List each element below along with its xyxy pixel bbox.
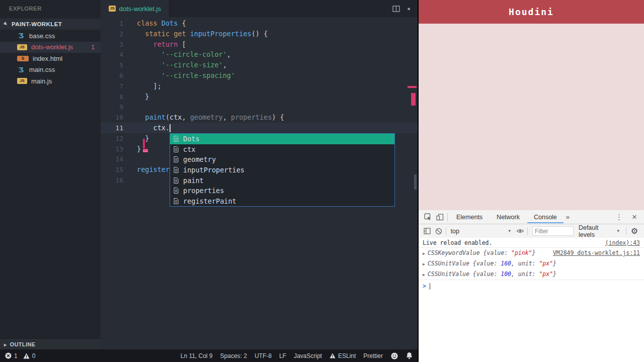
file-item-main.js[interactable]: JSmain.js xyxy=(0,75,101,87)
suggestion-properties[interactable]: properties xyxy=(170,186,394,196)
encoding[interactable]: UTF-8 xyxy=(255,352,272,359)
console-message-3[interactable]: ▶CSSUnitValue {value: 160, unit: "px"} xyxy=(419,258,644,269)
close-devtools-icon[interactable]: × xyxy=(628,212,641,222)
divider xyxy=(626,227,626,235)
explorer-title: EXPLORER xyxy=(9,6,42,12)
devtools-tab-elements[interactable]: Elements xyxy=(450,211,489,223)
device-toolbar-icon[interactable] xyxy=(434,211,446,224)
status-right: Ln 11, Col 9 Spaces: 2 UTF-8 LF JavaScri… xyxy=(181,352,413,360)
devtools-tab-console[interactable]: Console xyxy=(527,211,564,223)
console-source-link[interactable]: VM2849 dots-worklet.js:11 xyxy=(547,249,640,256)
language-mode[interactable]: JavaScript xyxy=(294,352,322,359)
console-filter-input[interactable] xyxy=(532,226,574,236)
line-number: 5 xyxy=(101,60,123,71)
eslint-status[interactable]: ESLint xyxy=(330,352,356,359)
line-number: 7 xyxy=(101,81,123,92)
suggestion-paint[interactable]: paint xyxy=(170,175,394,186)
console-prompt[interactable]: > xyxy=(419,280,644,292)
code-line-1[interactable]: 1class Dots { xyxy=(101,18,418,29)
devtools-tab-network[interactable]: Network xyxy=(490,211,526,223)
code-line-10[interactable]: 10 paint(ctx, geometry, properties) { xyxy=(101,112,418,123)
console-toolbar: top ▼ Default levels ▼ ⚙ xyxy=(419,224,644,238)
console-source-link[interactable]: (index):43 xyxy=(599,239,640,246)
expand-triangle-icon[interactable]: ▶ xyxy=(423,250,425,257)
devtools-controls: ⋮ × xyxy=(611,212,644,222)
browser-window: Houdini ElementsNetworkConso xyxy=(419,0,644,362)
notifications-bell-icon[interactable] xyxy=(406,352,413,359)
document-icon xyxy=(174,156,179,162)
editor-pane: JS dots-worklet.js ● 1class Dots {2 stat… xyxy=(101,0,418,349)
suggestion-geometry[interactable]: geometry xyxy=(170,154,394,165)
code-line-7[interactable]: 7 ]; xyxy=(101,81,418,92)
screen: EXPLORER ▶ PAINT-WORKLET Ʒbase.cssJSdots… xyxy=(0,0,644,362)
console-message-4[interactable]: ▶CSSUnitValue {value: 100, unit: "px"} xyxy=(419,269,644,280)
eol[interactable]: LF xyxy=(279,352,286,359)
line-number: 8 xyxy=(101,92,123,103)
suggestion-Dots[interactable]: Dots xyxy=(170,134,394,144)
code-line-6[interactable]: 6 '--circle-spacing' xyxy=(101,70,418,81)
suggestion-inputProperties[interactable]: inputProperties xyxy=(170,165,394,175)
context-selector[interactable]: top ▼ xyxy=(448,228,515,235)
expand-triangle-icon[interactable]: ▶ xyxy=(423,261,425,268)
vscode-window: EXPLORER ▶ PAINT-WORKLET Ʒbase.cssJSdots… xyxy=(0,0,418,362)
autocomplete-popup: DotsctxgeometryinputPropertiespaintprope… xyxy=(170,133,395,207)
file-item-base.css[interactable]: Ʒbase.css xyxy=(0,30,101,42)
console-message-1[interactable]: Live reload enabled.(index):43 xyxy=(419,238,644,248)
folder-name: PAINT-WORKLET xyxy=(12,21,62,27)
eye-icon[interactable] xyxy=(515,225,526,238)
code-line-5[interactable]: 5 '--circle-size', xyxy=(101,60,418,70)
document-icon xyxy=(174,188,179,194)
suggestion-registerPaint[interactable]: registerPaint xyxy=(170,196,394,207)
page-header: Houdini xyxy=(419,0,644,24)
more-tabs-icon[interactable]: » xyxy=(566,213,570,221)
indentation[interactable]: Spaces: 2 xyxy=(220,352,247,359)
console-output: Live reload enabled.(index):43▶CSSKeywor… xyxy=(419,238,644,362)
editor-tab-dots-worklet[interactable]: JS dots-worklet.js xyxy=(101,0,170,17)
code-line-3[interactable]: 3 return [ xyxy=(101,39,418,50)
problems-indicator[interactable]: 1 0 xyxy=(5,352,35,359)
clear-console-icon[interactable] xyxy=(433,225,444,238)
line-number: 11 xyxy=(101,123,123,134)
error-icon xyxy=(5,352,12,359)
file-item-main.css[interactable]: Ʒmain.css xyxy=(0,64,101,76)
code-line-9[interactable]: 9 xyxy=(101,102,418,112)
warning-count: 0 xyxy=(32,352,36,359)
warning-icon xyxy=(330,353,336,358)
code-line-4[interactable]: 4 '--circle-color', xyxy=(101,49,418,60)
suggestion-ctx[interactable]: ctx xyxy=(170,144,394,155)
console-sidebar-toggle-icon[interactable] xyxy=(422,225,433,238)
console-messages: Live reload enabled.(index):43▶CSSKeywor… xyxy=(419,238,644,280)
file-item-index.html[interactable]: 5index.html xyxy=(0,53,101,64)
page-title: Houdini xyxy=(509,7,554,17)
line-number: 12 xyxy=(101,134,123,144)
line-number: 14 xyxy=(101,154,123,165)
console-message-2[interactable]: ▶CSSKeywordValue {value: "pink"}VM2849 d… xyxy=(419,248,644,258)
lock-icon[interactable] xyxy=(143,140,148,146)
folder-paint-worklet[interactable]: ▶ PAINT-WORKLET xyxy=(0,19,101,30)
kebab-menu-icon[interactable]: ⋮ xyxy=(611,213,627,222)
editor-scrollbar[interactable] xyxy=(414,174,417,190)
prettier-status[interactable]: Prettier xyxy=(363,352,383,359)
message-text: CSSUnitValue {value: 100, unit: "px"} xyxy=(428,270,556,278)
settings-gear-icon[interactable]: ⚙ xyxy=(628,226,641,236)
log-levels-dropdown[interactable]: Default levels ▼ xyxy=(579,224,620,238)
code-line-2[interactable]: 2 static get inputProperties() { xyxy=(101,29,418,39)
cursor-position[interactable]: Ln 11, Col 9 xyxy=(181,352,213,359)
js-file-icon: JS xyxy=(17,44,27,50)
folder-expanded-icon: ▶ xyxy=(3,21,10,28)
feedback-smiley-icon[interactable] xyxy=(390,352,398,360)
code-line-11[interactable]: 11 ctx. xyxy=(101,123,418,133)
inspect-element-icon[interactable] xyxy=(422,211,434,224)
split-editor-icon[interactable] xyxy=(392,6,400,12)
chevron-down-icon: ▼ xyxy=(616,229,620,233)
outline-section-header[interactable]: ▸ OUTLINE xyxy=(0,338,101,350)
expand-triangle-icon[interactable]: ▶ xyxy=(423,272,425,279)
message-text: CSSUnitValue {value: 160, unit: "px"} xyxy=(428,260,556,267)
editor-tab-bar: JS dots-worklet.js ● xyxy=(101,0,418,17)
divider xyxy=(447,213,448,221)
suggestion-label: registerPaint xyxy=(183,197,236,205)
message-text: Live reload enabled. xyxy=(423,239,492,246)
modified-dot-icon[interactable]: ● xyxy=(407,6,411,12)
file-item-dots-worklet.js[interactable]: JSdots-worklet.js1 xyxy=(0,42,101,53)
code-line-8[interactable]: 8 } xyxy=(101,92,418,102)
